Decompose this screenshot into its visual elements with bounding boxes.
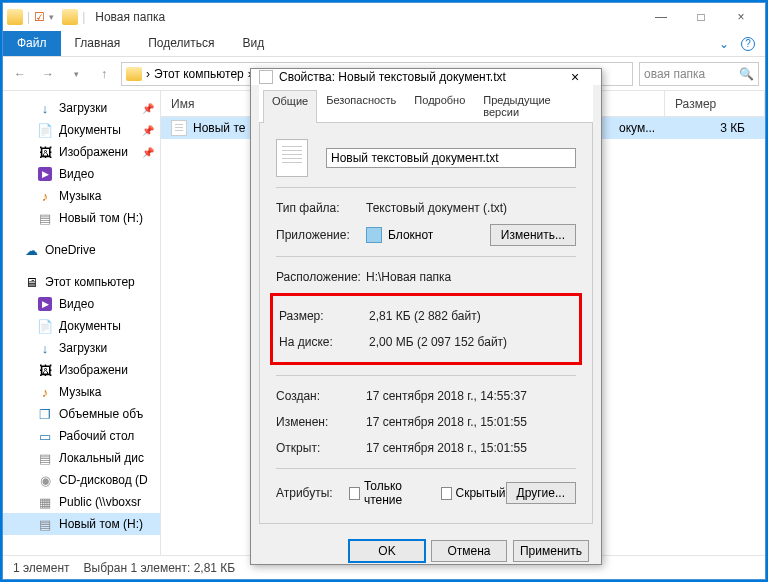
filename-input[interactable] (326, 148, 576, 168)
sidebar-item-pc-music[interactable]: Музыка (3, 381, 160, 403)
textfile-icon (171, 120, 187, 136)
col-size[interactable]: Размер (665, 91, 765, 116)
ribbon: Файл Главная Поделиться Вид ⌄ ? (3, 31, 765, 57)
window-title: Новая папка (95, 10, 165, 24)
created-value: 17 сентября 2018 г., 14:55:37 (366, 389, 576, 403)
apply-button[interactable]: Применить (513, 540, 589, 562)
tab-details[interactable]: Подробно (405, 89, 474, 122)
tab-home[interactable]: Главная (61, 31, 135, 56)
document-icon (37, 318, 53, 334)
network-drive-icon (37, 494, 53, 510)
sidebar-item-pc-desktop[interactable]: Рабочий стол (3, 425, 160, 447)
readonly-checkbox[interactable] (349, 487, 360, 500)
dialog-tabs: Общие Безопасность Подробно Предыдущие в… (259, 85, 593, 123)
minimize-button[interactable]: — (641, 3, 681, 31)
hidden-checkbox[interactable] (441, 487, 452, 500)
file-type-icon (276, 139, 308, 177)
tab-general[interactable]: Общие (263, 90, 317, 123)
drive-icon (37, 450, 53, 466)
sidebar-item-pc-cd[interactable]: CD-дисковод (D (3, 469, 160, 491)
properties-dialog: Свойства: Новый текстовый документ.txt ×… (250, 68, 602, 565)
onedrive-icon (23, 242, 39, 258)
pin-icon: 📌 (142, 147, 154, 158)
dialog-body: Тип файла:Текстовый документ (.txt) Прил… (259, 123, 593, 524)
sidebar-item-pc-downloads[interactable]: Загрузки (3, 337, 160, 359)
notepad-icon (366, 227, 382, 243)
download-icon (37, 340, 53, 356)
cancel-button[interactable]: Отмена (431, 540, 507, 562)
search-input[interactable]: овая папка 🔍 (639, 62, 759, 86)
up-button[interactable]: ↑ (93, 63, 115, 85)
close-button[interactable]: × (721, 3, 761, 31)
sidebar-item-pc-images[interactable]: Изображени (3, 359, 160, 381)
nav-tree[interactable]: Загрузки📌 Документы📌 Изображени📌 Видео М… (3, 91, 161, 555)
titlebar: | ☑ ▾ | Новая папка — □ × (3, 3, 765, 31)
modified-label: Изменен: (276, 415, 366, 429)
history-button[interactable]: ▾ (65, 63, 87, 85)
tab-share[interactable]: Поделиться (134, 31, 228, 56)
dialog-close-button[interactable]: × (557, 69, 593, 85)
maximize-button[interactable]: □ (681, 3, 721, 31)
dialog-titlebar: Свойства: Новый текстовый документ.txt × (251, 69, 601, 85)
sidebar-item-documents[interactable]: Документы📌 (3, 119, 160, 141)
sidebar-item-pc-video[interactable]: Видео (3, 293, 160, 315)
sidebar-item-onedrive[interactable]: OneDrive (3, 239, 160, 261)
sidebar-item-pc-3dobjects[interactable]: Объемные объ (3, 403, 160, 425)
tab-previous-versions[interactable]: Предыдущие версии (474, 89, 589, 122)
back-button[interactable]: ← (9, 63, 31, 85)
picture-icon (37, 144, 53, 160)
location-value: H:\Новая папка (366, 270, 576, 284)
qat-check-icon[interactable]: ☑ (34, 10, 45, 24)
other-attributes-button[interactable]: Другие... (506, 482, 576, 504)
disk-label: На диске: (279, 335, 369, 349)
sidebar-item-pc-docs[interactable]: Документы (3, 315, 160, 337)
sidebar-item-images[interactable]: Изображени📌 (3, 141, 160, 163)
quick-access-toolbar: | ☑ ▾ | (7, 9, 85, 25)
objects-icon (37, 406, 53, 422)
created-label: Создан: (276, 389, 366, 403)
tab-security[interactable]: Безопасность (317, 89, 405, 122)
dialog-footer: OK Отмена Применить (251, 532, 601, 570)
ribbon-collapse-icon[interactable]: ⌄ (719, 37, 729, 51)
tab-file[interactable]: Файл (3, 31, 61, 56)
dialog-title: Свойства: Новый текстовый документ.txt (279, 70, 506, 84)
file-size: 3 КБ (720, 121, 745, 135)
sidebar-item-thispc[interactable]: Этот компьютер (3, 271, 160, 293)
type-value: Текстовый документ (.txt) (366, 201, 576, 215)
sidebar-item-video[interactable]: Видео (3, 163, 160, 185)
type-label: Тип файла: (276, 201, 366, 215)
qat-overflow-icon[interactable]: ▾ (49, 12, 54, 22)
folder-icon (62, 9, 78, 25)
attributes-label: Атрибуты: (276, 486, 349, 500)
forward-button[interactable]: → (37, 63, 59, 85)
sidebar-item-downloads[interactable]: Загрузки📌 (3, 97, 160, 119)
change-app-button[interactable]: Изменить... (490, 224, 576, 246)
tab-view[interactable]: Вид (228, 31, 278, 56)
video-icon (37, 296, 53, 312)
drive-icon (37, 210, 53, 226)
pin-icon: 📌 (142, 103, 154, 114)
sidebar-item-newvol[interactable]: Новый том (H:) (3, 207, 160, 229)
size-value: 2,81 КБ (2 882 байт) (369, 309, 573, 323)
ok-button[interactable]: OK (349, 540, 425, 562)
readonly-label: Только чтение (364, 479, 429, 507)
hidden-label: Скрытый (456, 486, 506, 500)
folder-icon (126, 67, 142, 81)
sidebar-item-pc-localdisk[interactable]: Локальный дис (3, 447, 160, 469)
app-icon (259, 70, 273, 84)
sidebar-item-pc-public[interactable]: Public (\\vboxsr (3, 491, 160, 513)
search-icon: 🔍 (739, 67, 754, 81)
breadcrumb-item[interactable]: Этот компьютер (154, 67, 244, 81)
help-icon[interactable]: ? (741, 37, 755, 51)
picture-icon (37, 362, 53, 378)
breadcrumb-chev-icon[interactable]: › (146, 67, 150, 81)
status-count: 1 элемент (13, 561, 70, 575)
pin-icon: 📌 (142, 125, 154, 136)
file-date: окум... (619, 121, 655, 135)
sidebar-item-pc-newvol[interactable]: Новый том (H:) (3, 513, 160, 535)
app-value: Блокнот (388, 228, 490, 242)
pc-icon (23, 274, 39, 290)
sidebar-item-music[interactable]: Музыка (3, 185, 160, 207)
size-label: Размер: (279, 309, 369, 323)
col-date[interactable] (601, 91, 665, 116)
